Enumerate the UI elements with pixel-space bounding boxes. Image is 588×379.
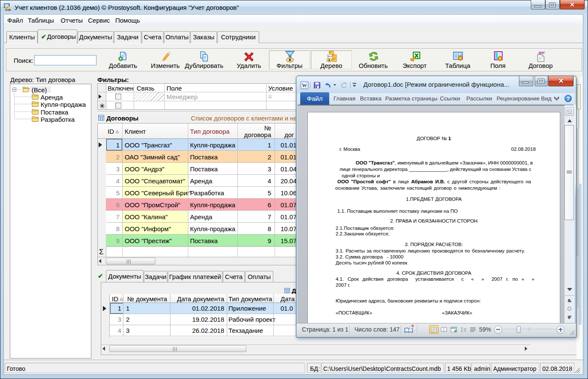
svg-text:W: W (302, 82, 307, 88)
svg-text:дог: дог (538, 50, 545, 55)
